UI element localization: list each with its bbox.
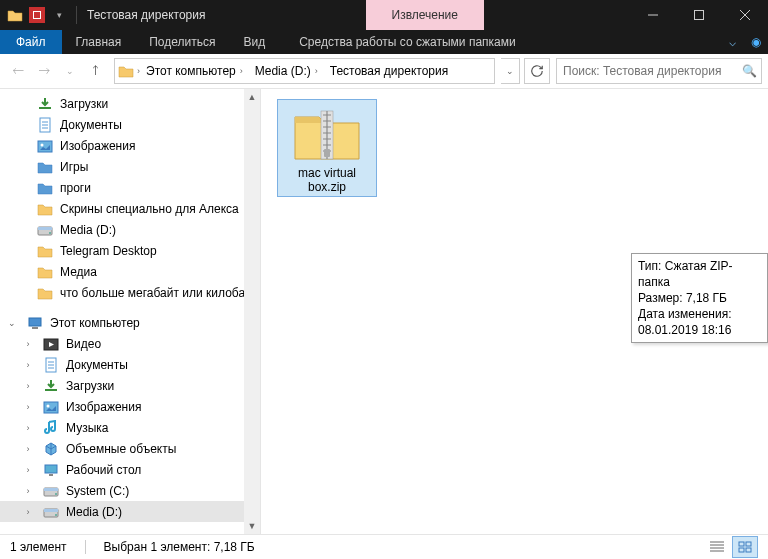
file-item[interactable]: mac virtual box.zip (277, 99, 377, 197)
tree-item[interactable]: ›Объемные объекты (0, 438, 260, 459)
tree-item[interactable]: что больше мегабайт или килобайт (0, 282, 260, 303)
tree-item-label: Скрины специально для Алекса (60, 202, 239, 216)
navigation-bar: 🡐 🡒 ⌄ 🡑 › Этот компьютер› Media (D:)› Те… (0, 54, 768, 89)
view-details-button[interactable] (704, 536, 730, 558)
folder-icon (4, 4, 26, 26)
file-label: mac virtual box.zip (282, 166, 372, 194)
tree-item[interactable]: Изображения (0, 135, 260, 156)
doc-icon (36, 117, 54, 133)
tree-item[interactable]: Media (D:) (0, 219, 260, 240)
svg-point-12 (47, 404, 50, 407)
images-icon (36, 138, 54, 154)
address-dropdown-icon[interactable]: ⌄ (501, 58, 520, 84)
ribbon-tab-file[interactable]: Файл (0, 30, 62, 54)
svg-rect-14 (49, 474, 53, 476)
close-button[interactable] (722, 0, 768, 30)
music-icon (42, 420, 60, 436)
tree-item-label: Рабочий стол (66, 463, 141, 477)
tree-item-label: Media (D:) (66, 505, 122, 519)
tree-item[interactable]: проги (0, 177, 260, 198)
svg-rect-5 (38, 227, 52, 230)
ribbon-expand-icon[interactable]: ⌵ (720, 35, 744, 49)
svg-rect-8 (32, 327, 38, 329)
tree-item[interactable]: Документы (0, 114, 260, 135)
scroll-down-icon[interactable]: ▼ (244, 518, 260, 534)
content-area[interactable]: mac virtual box.zip Тип: Сжатая ZIP-папк… (261, 89, 768, 534)
folder-blue-icon (36, 180, 54, 196)
breadcrumb-segment[interactable]: Этот компьютер› (140, 59, 249, 83)
tree-item[interactable]: Игры (0, 156, 260, 177)
ribbon-tab-home[interactable]: Главная (62, 30, 136, 54)
navigation-tree[interactable]: ЗагрузкиДокументыИзображенияИгрыпрогиСкр… (0, 89, 261, 534)
folder-icon (36, 243, 54, 259)
tree-item[interactable]: Медиа (0, 261, 260, 282)
svg-point-3 (41, 143, 44, 146)
tree-item[interactable]: Загрузки (0, 93, 260, 114)
tree-item[interactable]: ›Видео (0, 333, 260, 354)
folder-icon (115, 64, 137, 78)
help-icon[interactable]: ◉ (744, 35, 768, 49)
ribbon-tab-compressed[interactable]: Средства работы со сжатыми папками (285, 30, 530, 54)
back-button[interactable]: 🡐 (6, 59, 30, 83)
tooltip-type: Тип: Сжатая ZIP-папка (638, 258, 761, 290)
video-icon (42, 336, 60, 352)
search-input[interactable] (561, 63, 742, 79)
download-icon (42, 378, 60, 394)
tree-item-label: Видео (66, 337, 101, 351)
pc-icon (26, 315, 44, 331)
3d-icon (42, 441, 60, 457)
tree-item[interactable]: ›Media (D:) (0, 501, 260, 522)
scroll-up-icon[interactable]: ▲ (244, 89, 260, 105)
titlebar: ▾ Тестовая директория Извлечение (0, 0, 768, 30)
tree-item[interactable]: ›Загрузки (0, 375, 260, 396)
svg-rect-16 (44, 488, 58, 491)
svg-rect-7 (29, 318, 41, 326)
quick-access-toolbar: ▾ (0, 0, 74, 30)
view-icons-button[interactable] (732, 536, 758, 558)
doc-icon (42, 357, 60, 373)
drive-icon (42, 483, 60, 499)
up-button[interactable]: 🡑 (84, 59, 108, 83)
folder-icon (36, 264, 54, 280)
svg-rect-13 (45, 465, 57, 473)
tree-scrollbar[interactable]: ▲ ▼ (244, 89, 260, 534)
tree-item[interactable]: ›Изображения (0, 396, 260, 417)
tree-item-label: Telegram Desktop (60, 244, 157, 258)
window-title: Тестовая директория (79, 0, 213, 30)
tree-item[interactable]: Telegram Desktop (0, 240, 260, 261)
address-bar[interactable]: › Этот компьютер› Media (D:)› Тестовая д… (114, 58, 495, 84)
refresh-button[interactable] (524, 58, 550, 84)
tree-item-label: Этот компьютер (50, 316, 140, 330)
tree-item-label: Изображения (66, 400, 141, 414)
tree-item[interactable]: ›Музыка (0, 417, 260, 438)
svg-rect-26 (746, 548, 751, 552)
tooltip: Тип: Сжатая ZIP-папка Размер: 7,18 ГБ Да… (631, 253, 768, 343)
tree-item-label: Изображения (60, 139, 135, 153)
tree-item[interactable]: ›Документы (0, 354, 260, 375)
context-tab-header: Извлечение (366, 0, 484, 30)
ribbon-tab-share[interactable]: Поделиться (135, 30, 229, 54)
ribbon-tab-view[interactable]: Вид (229, 30, 279, 54)
tree-item-label: Медиа (60, 265, 97, 279)
tree-item[interactable]: ›System (C:) (0, 480, 260, 501)
folder-blue-icon (36, 159, 54, 175)
properties-icon[interactable] (26, 4, 48, 26)
svg-point-17 (55, 493, 57, 495)
tree-item[interactable]: ›Рабочий стол (0, 459, 260, 480)
breadcrumb-segment[interactable]: Media (D:)› (249, 59, 324, 83)
maximize-button[interactable] (676, 0, 722, 30)
tooltip-size: Размер: 7,18 ГБ (638, 290, 761, 306)
tree-item-label: Загрузки (66, 379, 114, 393)
forward-button[interactable]: 🡒 (32, 59, 56, 83)
qat-overflow-icon[interactable]: ▾ (48, 4, 70, 26)
folder-icon (36, 285, 54, 301)
tree-item[interactable]: ⌄Этот компьютер (0, 312, 260, 333)
tree-item-label: Объемные объекты (66, 442, 176, 456)
search-box[interactable]: 🔍 (556, 58, 762, 84)
minimize-button[interactable] (630, 0, 676, 30)
tree-item[interactable]: Скрины специально для Алекса (0, 198, 260, 219)
recent-locations-icon[interactable]: ⌄ (58, 59, 82, 83)
svg-rect-24 (746, 542, 751, 546)
breadcrumb-segment[interactable]: Тестовая директория (324, 59, 454, 83)
svg-rect-0 (695, 11, 704, 20)
